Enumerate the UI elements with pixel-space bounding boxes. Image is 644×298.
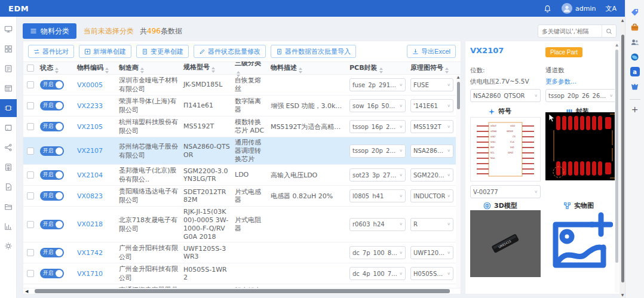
toolbox-icon[interactable] xyxy=(630,22,640,32)
sort-icon[interactable] xyxy=(140,67,144,73)
search-input[interactable] xyxy=(538,28,602,35)
material-code-link[interactable]: VX0005 xyxy=(77,81,103,89)
a-badge-icon[interactable]: a xyxy=(630,67,640,76)
sort-icon[interactable] xyxy=(445,67,449,73)
material-code-link[interactable]: VX2104 xyxy=(77,171,103,179)
schematic-symbol-select[interactable]: SGM2200_3_...∨ xyxy=(410,168,453,182)
schematic-symbol-select[interactable]: H0505S_1WR2∨ xyxy=(410,267,453,280)
column-manufacturer[interactable]: 制造商 xyxy=(116,62,181,75)
status-toggle[interactable]: 开启 xyxy=(40,191,64,201)
sidebar-item-calculator-icon[interactable] xyxy=(0,158,17,176)
status-toggle[interactable]: 开启 xyxy=(40,146,64,156)
pcb-package-select[interactable]: dc_4p_100_778x396_...∨ xyxy=(349,267,406,280)
symbol-preview-image[interactable]: VOUTAGNDVIN2VIN1REFSCLSDA VDDMODECSCLKDI… xyxy=(470,117,541,182)
sidebar-item-card-icon[interactable] xyxy=(0,119,17,137)
row-checkbox[interactable] xyxy=(27,102,34,109)
schematic-symbol-select[interactable]: '141E61∨ xyxy=(410,99,453,112)
status-toggle[interactable]: 开启 xyxy=(40,269,64,278)
status-toggle[interactable]: 开启 xyxy=(40,220,64,229)
photo-add-placeholder[interactable] xyxy=(545,208,618,274)
status-toggle[interactable]: 开启 xyxy=(40,122,64,131)
detail-package-select[interactable]: tssop_20p_26_260x252_h17∨ xyxy=(545,89,616,102)
schematic-symbol-select[interactable]: FUSE∨ xyxy=(410,78,453,91)
browser-globe-icon[interactable] xyxy=(630,52,640,62)
pcb-package-select[interactable]: sow_16p_50_400x40..∨ xyxy=(349,99,406,112)
new-create-order-button[interactable]: 新增单创建 xyxy=(79,45,131,58)
sort-icon[interactable] xyxy=(105,67,109,73)
sort-icon[interactable] xyxy=(55,67,59,73)
material-code-link[interactable]: VX0823 xyxy=(77,192,103,200)
footprint-preview-image[interactable] xyxy=(545,112,618,180)
detail-symbol-select[interactable]: NSA2860_QTSOR∨ xyxy=(470,89,541,102)
column-model[interactable]: 规格型号 xyxy=(181,62,232,74)
sidebar-item-component-icon[interactable] xyxy=(0,99,17,117)
scroll-left-arrow-icon[interactable]: ◀ xyxy=(23,289,30,294)
table-row[interactable]: 开启 VX0218 北京718友晟电子有限公司 RJK-JI-15(03K00)… xyxy=(23,207,461,242)
pcb-package-select[interactable]: l0805_h41∨ xyxy=(349,189,406,202)
sidebar-item-settings-icon[interactable] xyxy=(0,237,17,255)
status-toggle[interactable]: 开启 xyxy=(40,248,64,257)
table-row[interactable]: 开启 VX2233 荣湃半导体(上海)有限公司 Π141e61 数字隔离器 增强… xyxy=(23,96,461,116)
status-toggle[interactable]: 开启 xyxy=(40,101,64,110)
user-name[interactable]: admin xyxy=(575,5,596,13)
row-checkbox[interactable] xyxy=(27,270,34,277)
symbol-variant-select[interactable]: V-00277∨ xyxy=(470,185,541,198)
sidebar-item-apps-icon[interactable] xyxy=(0,40,17,58)
language-switch-icon[interactable]: 文A xyxy=(605,4,617,13)
material-category-tab[interactable]: 物料分类 xyxy=(23,23,76,39)
export-excel-button[interactable]: 导出Excel xyxy=(407,45,456,58)
row-checkbox[interactable] xyxy=(27,171,34,179)
table-row[interactable]: 开启 VX2104 圣邦微电子(北京)股份有限公.. SGM2200-3.0YN… xyxy=(23,165,461,186)
sidebar-item-chart-icon[interactable] xyxy=(0,217,17,235)
notification-bell-icon[interactable] xyxy=(542,4,552,13)
more-params-link[interactable]: 更多参数... xyxy=(545,78,576,86)
compare-parts-button[interactable]: 器件比对 xyxy=(28,45,74,58)
contacts-icon[interactable] xyxy=(630,37,640,47)
sidebar-item-share-icon[interactable] xyxy=(0,139,17,156)
schematic-symbol-select[interactable]: INDUCTOR∨ xyxy=(410,189,453,202)
table-row[interactable]: 开启 VX2105 杭州瑞盟科技股份有限公司 MS5192T 模数转换芯片 AD… xyxy=(23,116,461,137)
place-part-button[interactable]: Place Part xyxy=(545,47,582,57)
add-sidebar-app-button[interactable]: + xyxy=(631,105,639,113)
column-status[interactable]: 状态 xyxy=(38,62,75,75)
hscroll-thumb[interactable] xyxy=(35,289,450,293)
select-all-checkbox[interactable] xyxy=(27,64,34,72)
table-row[interactable]: 开启 VX2107 苏州纳芯微电子股份有限公司 NSA2860-QTSOR 通用… xyxy=(23,137,461,165)
column-description[interactable]: 物料描述 xyxy=(268,62,347,75)
row-checkbox[interactable] xyxy=(27,123,34,130)
row-checkbox[interactable] xyxy=(27,81,34,88)
table-row[interactable]: 开启 VX1742 广州金升阳科技有限公司 UWF1205S-3WR3 dc_7… xyxy=(23,242,461,263)
column-package[interactable]: PCB封装 xyxy=(347,62,408,75)
sidebar-item-desktop-icon[interactable] xyxy=(0,20,17,38)
material-code-link[interactable]: VX2105 xyxy=(77,123,103,131)
material-code-link[interactable]: VX0218 xyxy=(77,220,103,228)
avatar[interactable] xyxy=(562,3,572,14)
schematic-symbol-select[interactable]: MS5192T∨ xyxy=(410,120,453,133)
store-icon[interactable] xyxy=(630,82,640,91)
search-icon[interactable] xyxy=(602,25,616,37)
pcb-package-select[interactable]: tssop_20p_26_200x2..∨ xyxy=(349,145,406,158)
tag-icon[interactable] xyxy=(630,7,640,17)
schematic-symbol-select[interactable]: NSA2860_QT...∨ xyxy=(410,145,453,158)
column-code[interactable]: 物料编码 xyxy=(75,62,116,75)
table-horizontal-scrollbar[interactable]: ◀ xyxy=(23,288,461,294)
row-checkbox[interactable] xyxy=(27,221,34,228)
schematic-symbol-select[interactable]: UWF1205S_3...∨ xyxy=(410,246,453,259)
sidebar-item-board-icon[interactable] xyxy=(0,79,17,97)
batch-import-button[interactable]: 器件数据首次批量导入 xyxy=(271,45,356,58)
table-row[interactable]: 开启 VX1710 广州金升阳科技有限公司 H0505S-1WR2 dc_4p_… xyxy=(23,263,461,284)
table-row[interactable]: 开启 VX0823 贵阳顺络迅达电子有限公司 SDET2012TR82M 片式电… xyxy=(23,186,461,207)
page-scrollbar[interactable]: ▲ ▼ xyxy=(620,17,625,298)
material-code-link[interactable]: VX2233 xyxy=(77,102,103,110)
status-toggle[interactable]: 开启 xyxy=(40,170,64,180)
pcb-package-select[interactable]: r0603_h24∨ xyxy=(349,218,406,231)
pcb-package-select[interactable]: dc_7p_100_886x394_...∨ xyxy=(349,246,406,259)
sort-icon[interactable] xyxy=(379,67,383,73)
page-scrollbar-thumb[interactable] xyxy=(621,35,624,282)
row-checkbox[interactable] xyxy=(27,249,34,256)
row-checkbox[interactable] xyxy=(27,192,34,199)
status-toggle[interactable]: 开启 xyxy=(40,80,64,90)
pcb-package-select[interactable]: fuse_2p_291_011x21..∨ xyxy=(349,78,406,91)
detail-panel-scrollbar[interactable]: ▲ xyxy=(615,42,619,293)
sort-icon[interactable] xyxy=(211,67,215,73)
